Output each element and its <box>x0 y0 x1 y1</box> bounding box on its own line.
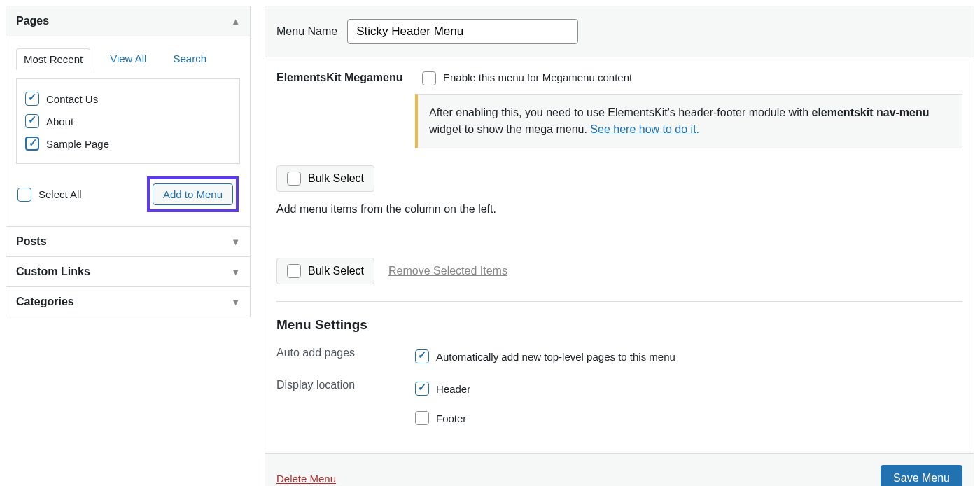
pages-list: Contact Us About Sample Page <box>16 78 240 164</box>
sidebar: Pages ▲ Most Recent View All Search Cont… <box>6 6 251 486</box>
page-item-checkbox[interactable] <box>25 114 39 128</box>
display-location-label: Display location <box>276 377 415 391</box>
location-header-option[interactable]: Header <box>415 377 470 400</box>
auto-add-text: Automatically add new top-level pages to… <box>436 351 676 363</box>
tab-search[interactable]: Search <box>166 48 214 69</box>
megamenu-label: ElementsKit Megamenu <box>276 71 415 84</box>
setting-display-location: Display location Header Footer <box>276 377 962 429</box>
bulk-row-bottom: Bulk Select Remove Selected Items <box>276 258 962 302</box>
menu-name-input[interactable] <box>347 19 578 44</box>
page-item-label: Contact Us <box>46 93 98 105</box>
bulk-select-checkbox-2[interactable] <box>287 264 301 278</box>
notice-text-before: After enabling this, you need to use Ele… <box>429 106 811 118</box>
accordion-categories-title: Categories <box>16 296 74 308</box>
add-to-menu-highlight: Add to Menu <box>147 176 239 212</box>
bulk-select-checkbox[interactable] <box>287 172 301 186</box>
auto-add-option[interactable]: Automatically add new top-level pages to… <box>415 345 676 368</box>
accordion-pages: Pages ▲ Most Recent View All Search Cont… <box>6 6 251 227</box>
accordion-posts-header[interactable]: Posts ▼ <box>6 227 250 256</box>
megamenu-notice: After enabling this, you need to use Ele… <box>415 94 962 148</box>
notice-text-after: widget to show the mega menu. <box>429 123 590 135</box>
arrow-down-icon: ▼ <box>231 267 240 277</box>
page-item[interactable]: Sample Page <box>25 132 231 155</box>
main-body: ElementsKit Megamenu Enable this menu fo… <box>265 57 974 453</box>
arrow-up-icon: ▲ <box>231 16 240 27</box>
accordion-pages-body: Most Recent View All Search Contact Us A… <box>6 36 250 226</box>
pages-footer: Select All Add to Menu <box>16 174 240 215</box>
megamenu-row: ElementsKit Megamenu Enable this menu fo… <box>276 71 962 85</box>
location-footer-text: Footer <box>436 412 466 424</box>
accordion-pages-title: Pages <box>16 15 49 27</box>
bulk-select-button-2[interactable]: Bulk Select <box>276 258 374 284</box>
notice-text-bold: elementskit nav-menu <box>811 106 929 118</box>
accordion-custom-links-title: Custom Links <box>16 265 90 278</box>
location-header-checkbox[interactable] <box>415 382 429 396</box>
page-item-label: About <box>46 116 74 127</box>
menu-name-row: Menu Name <box>265 6 974 57</box>
tab-most-recent[interactable]: Most Recent <box>16 48 90 70</box>
menu-settings-title: Menu Settings <box>276 317 962 333</box>
accordion-categories: Categories ▼ <box>6 287 251 317</box>
bulk-select-button[interactable]: Bulk Select <box>276 165 374 192</box>
bulk-select-label-2: Bulk Select <box>308 265 364 277</box>
page-item[interactable]: Contact Us <box>25 88 231 110</box>
megamenu-enable-text: Enable this menu for Megamenu content <box>443 71 632 83</box>
auto-add-label: Auto add pages <box>276 345 415 359</box>
menu-name-label: Menu Name <box>276 25 337 38</box>
save-menu-button[interactable]: Save Menu <box>881 465 962 486</box>
accordion-posts: Posts ▼ <box>6 227 251 257</box>
select-all-label: Select All <box>38 188 82 200</box>
accordion-custom-links-header[interactable]: Custom Links ▼ <box>6 257 250 286</box>
page-item-label: Sample Page <box>46 138 109 150</box>
arrow-down-icon: ▼ <box>231 297 240 307</box>
bulk-select-label: Bulk Select <box>308 172 364 185</box>
pages-tabs: Most Recent View All Search <box>16 48 240 69</box>
megamenu-enable-checkbox[interactable] <box>422 71 436 85</box>
arrow-down-icon: ▼ <box>231 237 240 247</box>
accordion-pages-header[interactable]: Pages ▲ <box>6 6 250 36</box>
location-footer-checkbox[interactable] <box>415 411 429 425</box>
notice-link[interactable]: See here how to do it. <box>590 123 699 135</box>
accordion-custom-links: Custom Links ▼ <box>6 257 251 287</box>
main-footer: Delete Menu Save Menu <box>265 453 974 486</box>
empty-menu-hint: Add menu items from the column on the le… <box>276 203 962 216</box>
select-all-row[interactable]: Select All <box>18 183 82 206</box>
tab-view-all[interactable]: View All <box>103 48 153 69</box>
accordion-posts-title: Posts <box>16 235 47 248</box>
delete-menu-link[interactable]: Delete Menu <box>276 473 336 485</box>
page-item-checkbox[interactable] <box>25 137 39 151</box>
auto-add-checkbox[interactable] <box>415 349 429 363</box>
remove-selected-link[interactable]: Remove Selected Items <box>388 265 507 277</box>
main-panel: Menu Name ElementsKit Megamenu Enable th… <box>265 6 974 486</box>
location-footer-option[interactable]: Footer <box>415 407 470 429</box>
accordion-categories-header[interactable]: Categories ▼ <box>6 287 250 317</box>
page-item-checkbox[interactable] <box>25 92 39 106</box>
select-all-checkbox[interactable] <box>18 188 31 202</box>
location-header-text: Header <box>436 383 470 395</box>
setting-auto-add: Auto add pages Automatically add new top… <box>276 345 962 368</box>
page-item[interactable]: About <box>25 110 231 132</box>
add-to-menu-button[interactable]: Add to Menu <box>153 183 233 205</box>
